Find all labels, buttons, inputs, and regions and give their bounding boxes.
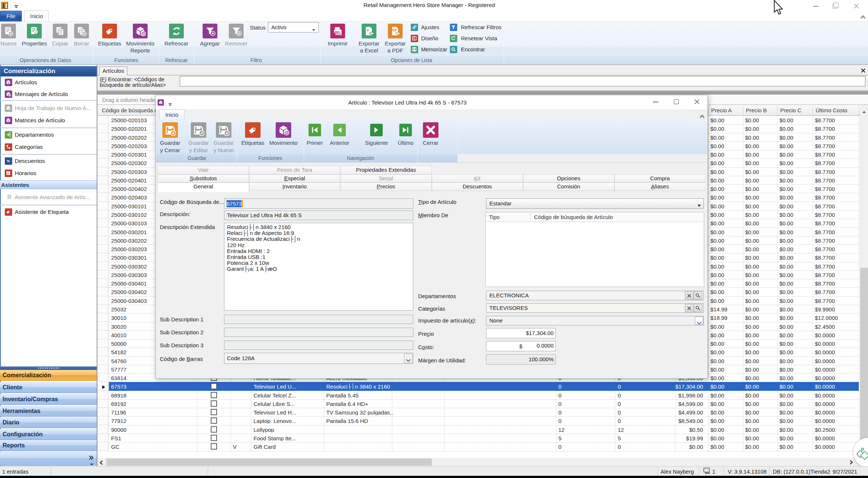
svg-text:X: X <box>366 29 369 32</box>
svg-text:PDF: PDF <box>391 29 397 32</box>
svg-text:%: % <box>7 159 10 163</box>
